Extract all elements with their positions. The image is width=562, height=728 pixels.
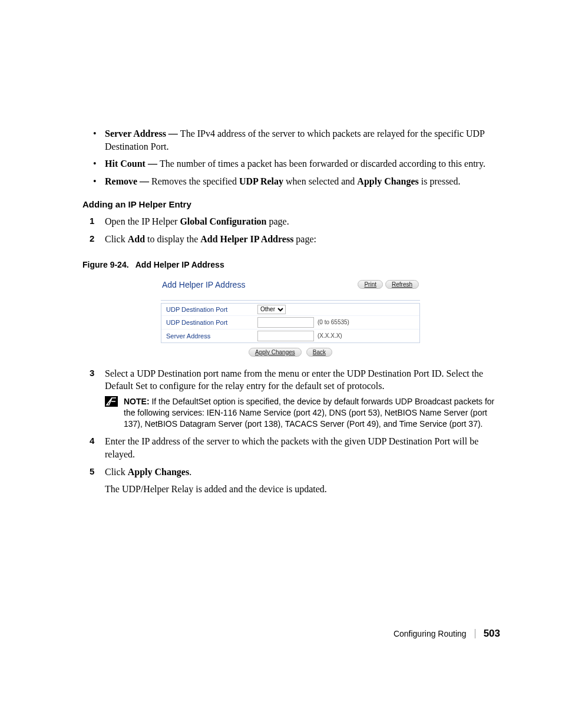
row-udp-port-name: UDP Destination Port Other [161,304,419,316]
step-3: Select a UDP Destination port name from … [82,367,498,430]
add-label: Add [128,234,145,244]
udp-relay-label: UDP Relay [239,176,283,186]
bullet-server-address: Server Address — The IPv4 address of the… [82,127,498,153]
text-mid: to display the [145,234,200,244]
text-post: . [189,467,191,477]
apply-changes-label: Apply Changes [357,176,418,186]
label-udp-destination-port-2: UDP Destination Port [166,319,257,326]
text-pre: Removes the specified [151,176,239,186]
note-block: NOTE: If the DefaultSet option is specif… [105,396,498,430]
definition-list: Server Address — The IPv4 address of the… [82,127,498,187]
figure-add-helper-ip: Add Helper IP Address Print Refresh UDP … [161,278,420,357]
bullet-hit-count: Hit Count — The number of times a packet… [82,157,498,170]
apply-changes-button[interactable]: Apply Changes [249,348,302,357]
definition-text: The number of times a packet has been fo… [160,159,485,169]
bullet-remove: Remove — Removes the specified UDP Relay… [82,175,498,188]
text-pre: Open the IP Helper [105,216,180,226]
steps-list-b: Select a UDP Destination port name from … [82,367,498,479]
udp-destination-port-select[interactable]: Other [257,305,286,314]
text-mid: when selected and [283,176,357,186]
step-3-text: Select a UDP Destination port name from … [105,368,483,391]
page-footer: Configuring Routing 503 [394,628,500,640]
refresh-button[interactable]: Refresh [385,280,419,289]
note-text: If the DefaultSet option is specified, t… [124,397,494,429]
term: Hit Count — [105,159,160,169]
label-udp-destination-port: UDP Destination Port [166,306,257,313]
figure-tabbar [161,295,420,301]
subheading-adding-ip-helper: Adding an IP Helper Entry [82,199,498,209]
hint-ip-format: (X.X.X.X) [318,332,342,339]
step-5-result: The UDP/Helper Relay is added and the de… [105,483,498,496]
global-configuration-label: Global Configuration [180,216,266,226]
term: Remove — [105,176,151,186]
figure-header-buttons: Print Refresh [358,280,419,289]
server-address-input[interactable] [257,331,314,341]
term: Server Address — [105,129,180,139]
footer-section: Configuring Routing [394,629,467,638]
note-body: NOTE: If the DefaultSet option is specif… [124,396,498,430]
step-4-text: Enter the IP address of the server to wh… [105,436,478,459]
note-icon [105,396,118,407]
add-helper-ip-label: Add Helper IP Address [200,234,293,244]
step-5: Click Apply Changes. [82,466,498,479]
figure-caption: Figure 9-24. Add Helper IP Address [82,260,498,269]
step-2: Click Add to display the Add Helper IP A… [82,233,498,246]
row-server-address: Server Address (X.X.X.X) [161,330,419,342]
figure-form: UDP Destination Port Other UDP Destinati… [161,303,420,343]
row-udp-port-id: UDP Destination Port (0 to 65535) [161,316,419,330]
hint-port-range: (0 to 65535) [318,319,349,325]
step-4: Enter the IP address of the server to wh… [82,435,498,460]
step-1: Open the IP Helper Global Configuration … [82,215,498,228]
figure-panel-title: Add Helper IP Address [162,280,245,289]
back-button[interactable]: Back [306,348,332,357]
figure-number: Figure 9-24. [82,260,129,269]
note-label: NOTE: [124,397,151,406]
text-pre: Click [105,234,128,244]
figure-title: Add Helper IP Address [135,260,224,269]
text-post: is pressed. [419,176,461,186]
footer-page-number: 503 [484,628,500,640]
footer-divider [475,629,475,638]
figure-footer: Apply Changes Back [161,343,420,357]
print-button[interactable]: Print [358,280,383,289]
label-server-address: Server Address [166,332,257,340]
text-pre: Click [105,467,128,477]
document-page: Server Address — The IPv4 address of the… [0,0,562,728]
text-post: page: [293,234,316,244]
figure-header: Add Helper IP Address Print Refresh [161,278,420,295]
apply-changes-step-label: Apply Changes [128,467,189,477]
udp-destination-port-input[interactable] [257,317,314,328]
steps-list-a: Open the IP Helper Global Configuration … [82,215,498,245]
text-post: page. [267,216,289,226]
